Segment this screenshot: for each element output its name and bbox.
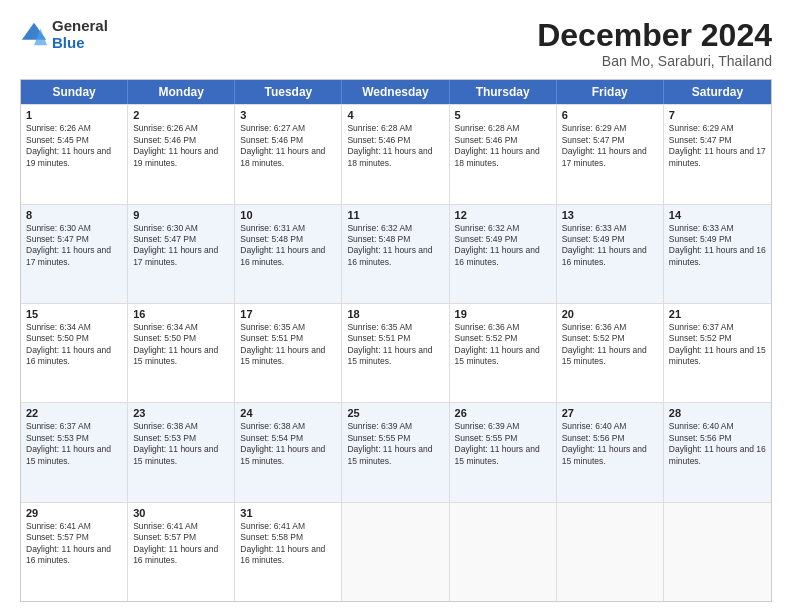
- day-number: 2: [133, 109, 229, 121]
- logo-general-text: General: [52, 18, 108, 35]
- day-number: 26: [455, 407, 551, 419]
- cell-info: Sunrise: 6:34 AMSunset: 5:50 PMDaylight:…: [133, 322, 218, 366]
- cal-cell-5-3: 31Sunrise: 6:41 AMSunset: 5:58 PMDayligh…: [235, 503, 342, 601]
- day-number: 14: [669, 209, 766, 221]
- cal-cell-2-7: 14Sunrise: 6:33 AMSunset: 5:49 PMDayligh…: [664, 205, 771, 303]
- day-number: 31: [240, 507, 336, 519]
- day-number: 21: [669, 308, 766, 320]
- header-wednesday: Wednesday: [342, 80, 449, 104]
- day-number: 18: [347, 308, 443, 320]
- calendar-row-1: 1Sunrise: 6:26 AMSunset: 5:45 PMDaylight…: [21, 104, 771, 203]
- logo-text: General Blue: [52, 18, 108, 51]
- cal-cell-4-1: 22Sunrise: 6:37 AMSunset: 5:53 PMDayligh…: [21, 403, 128, 501]
- cell-info: Sunrise: 6:38 AMSunset: 5:54 PMDaylight:…: [240, 421, 325, 465]
- cal-cell-1-1: 1Sunrise: 6:26 AMSunset: 5:45 PMDaylight…: [21, 105, 128, 203]
- logo: General Blue: [20, 18, 108, 51]
- header-sunday: Sunday: [21, 80, 128, 104]
- cal-cell-5-4: [342, 503, 449, 601]
- day-number: 8: [26, 209, 122, 221]
- calendar-row-4: 22Sunrise: 6:37 AMSunset: 5:53 PMDayligh…: [21, 402, 771, 501]
- calendar-row-3: 15Sunrise: 6:34 AMSunset: 5:50 PMDayligh…: [21, 303, 771, 402]
- day-number: 19: [455, 308, 551, 320]
- day-number: 13: [562, 209, 658, 221]
- day-number: 3: [240, 109, 336, 121]
- cal-cell-1-2: 2Sunrise: 6:26 AMSunset: 5:46 PMDaylight…: [128, 105, 235, 203]
- calendar-row-2: 8Sunrise: 6:30 AMSunset: 5:47 PMDaylight…: [21, 204, 771, 303]
- header: General Blue December 2024 Ban Mo, Sarab…: [20, 18, 772, 69]
- title-block: December 2024 Ban Mo, Saraburi, Thailand: [537, 18, 772, 69]
- cal-cell-4-6: 27Sunrise: 6:40 AMSunset: 5:56 PMDayligh…: [557, 403, 664, 501]
- cell-info: Sunrise: 6:26 AMSunset: 5:45 PMDaylight:…: [26, 123, 111, 167]
- cal-cell-2-1: 8Sunrise: 6:30 AMSunset: 5:47 PMDaylight…: [21, 205, 128, 303]
- logo-blue-text: Blue: [52, 35, 108, 52]
- cell-info: Sunrise: 6:40 AMSunset: 5:56 PMDaylight:…: [669, 421, 766, 465]
- day-number: 30: [133, 507, 229, 519]
- cell-info: Sunrise: 6:41 AMSunset: 5:57 PMDaylight:…: [133, 521, 218, 565]
- day-number: 27: [562, 407, 658, 419]
- cal-cell-5-2: 30Sunrise: 6:41 AMSunset: 5:57 PMDayligh…: [128, 503, 235, 601]
- cell-info: Sunrise: 6:39 AMSunset: 5:55 PMDaylight:…: [347, 421, 432, 465]
- cal-cell-3-3: 17Sunrise: 6:35 AMSunset: 5:51 PMDayligh…: [235, 304, 342, 402]
- cell-info: Sunrise: 6:37 AMSunset: 5:53 PMDaylight:…: [26, 421, 111, 465]
- logo-icon: [20, 21, 48, 49]
- calendar-header: Sunday Monday Tuesday Wednesday Thursday…: [21, 80, 771, 104]
- cal-cell-4-4: 25Sunrise: 6:39 AMSunset: 5:55 PMDayligh…: [342, 403, 449, 501]
- cal-cell-3-1: 15Sunrise: 6:34 AMSunset: 5:50 PMDayligh…: [21, 304, 128, 402]
- cal-cell-1-6: 6Sunrise: 6:29 AMSunset: 5:47 PMDaylight…: [557, 105, 664, 203]
- calendar-body: 1Sunrise: 6:26 AMSunset: 5:45 PMDaylight…: [21, 104, 771, 601]
- cell-info: Sunrise: 6:41 AMSunset: 5:57 PMDaylight:…: [26, 521, 111, 565]
- cal-cell-1-5: 5Sunrise: 6:28 AMSunset: 5:46 PMDaylight…: [450, 105, 557, 203]
- cell-info: Sunrise: 6:40 AMSunset: 5:56 PMDaylight:…: [562, 421, 647, 465]
- day-number: 20: [562, 308, 658, 320]
- cal-cell-2-4: 11Sunrise: 6:32 AMSunset: 5:48 PMDayligh…: [342, 205, 449, 303]
- cal-cell-4-2: 23Sunrise: 6:38 AMSunset: 5:53 PMDayligh…: [128, 403, 235, 501]
- cal-cell-2-2: 9Sunrise: 6:30 AMSunset: 5:47 PMDaylight…: [128, 205, 235, 303]
- calendar: Sunday Monday Tuesday Wednesday Thursday…: [20, 79, 772, 602]
- cal-cell-3-4: 18Sunrise: 6:35 AMSunset: 5:51 PMDayligh…: [342, 304, 449, 402]
- cell-info: Sunrise: 6:36 AMSunset: 5:52 PMDaylight:…: [562, 322, 647, 366]
- cell-info: Sunrise: 6:39 AMSunset: 5:55 PMDaylight:…: [455, 421, 540, 465]
- cell-info: Sunrise: 6:29 AMSunset: 5:47 PMDaylight:…: [562, 123, 647, 167]
- month-title: December 2024: [537, 18, 772, 53]
- cell-info: Sunrise: 6:38 AMSunset: 5:53 PMDaylight:…: [133, 421, 218, 465]
- day-number: 9: [133, 209, 229, 221]
- cal-cell-2-5: 12Sunrise: 6:32 AMSunset: 5:49 PMDayligh…: [450, 205, 557, 303]
- cal-cell-1-7: 7Sunrise: 6:29 AMSunset: 5:47 PMDaylight…: [664, 105, 771, 203]
- cell-info: Sunrise: 6:31 AMSunset: 5:48 PMDaylight:…: [240, 223, 325, 267]
- day-number: 28: [669, 407, 766, 419]
- cell-info: Sunrise: 6:28 AMSunset: 5:46 PMDaylight:…: [347, 123, 432, 167]
- cell-info: Sunrise: 6:29 AMSunset: 5:47 PMDaylight:…: [669, 123, 766, 167]
- day-number: 29: [26, 507, 122, 519]
- cal-cell-4-5: 26Sunrise: 6:39 AMSunset: 5:55 PMDayligh…: [450, 403, 557, 501]
- cell-info: Sunrise: 6:32 AMSunset: 5:48 PMDaylight:…: [347, 223, 432, 267]
- cal-cell-3-7: 21Sunrise: 6:37 AMSunset: 5:52 PMDayligh…: [664, 304, 771, 402]
- cell-info: Sunrise: 6:34 AMSunset: 5:50 PMDaylight:…: [26, 322, 111, 366]
- cell-info: Sunrise: 6:36 AMSunset: 5:52 PMDaylight:…: [455, 322, 540, 366]
- cal-cell-3-2: 16Sunrise: 6:34 AMSunset: 5:50 PMDayligh…: [128, 304, 235, 402]
- day-number: 22: [26, 407, 122, 419]
- cal-cell-5-1: 29Sunrise: 6:41 AMSunset: 5:57 PMDayligh…: [21, 503, 128, 601]
- cal-cell-3-6: 20Sunrise: 6:36 AMSunset: 5:52 PMDayligh…: [557, 304, 664, 402]
- cell-info: Sunrise: 6:27 AMSunset: 5:46 PMDaylight:…: [240, 123, 325, 167]
- calendar-row-5: 29Sunrise: 6:41 AMSunset: 5:57 PMDayligh…: [21, 502, 771, 601]
- day-number: 15: [26, 308, 122, 320]
- cell-info: Sunrise: 6:28 AMSunset: 5:46 PMDaylight:…: [455, 123, 540, 167]
- cal-cell-5-6: [557, 503, 664, 601]
- day-number: 10: [240, 209, 336, 221]
- day-number: 11: [347, 209, 443, 221]
- header-monday: Monday: [128, 80, 235, 104]
- cell-info: Sunrise: 6:35 AMSunset: 5:51 PMDaylight:…: [240, 322, 325, 366]
- cell-info: Sunrise: 6:26 AMSunset: 5:46 PMDaylight:…: [133, 123, 218, 167]
- day-number: 5: [455, 109, 551, 121]
- cal-cell-2-6: 13Sunrise: 6:33 AMSunset: 5:49 PMDayligh…: [557, 205, 664, 303]
- day-number: 6: [562, 109, 658, 121]
- header-tuesday: Tuesday: [235, 80, 342, 104]
- cal-cell-1-4: 4Sunrise: 6:28 AMSunset: 5:46 PMDaylight…: [342, 105, 449, 203]
- header-saturday: Saturday: [664, 80, 771, 104]
- day-number: 16: [133, 308, 229, 320]
- header-thursday: Thursday: [450, 80, 557, 104]
- cell-info: Sunrise: 6:33 AMSunset: 5:49 PMDaylight:…: [669, 223, 766, 267]
- cal-cell-4-3: 24Sunrise: 6:38 AMSunset: 5:54 PMDayligh…: [235, 403, 342, 501]
- location: Ban Mo, Saraburi, Thailand: [537, 53, 772, 69]
- day-number: 4: [347, 109, 443, 121]
